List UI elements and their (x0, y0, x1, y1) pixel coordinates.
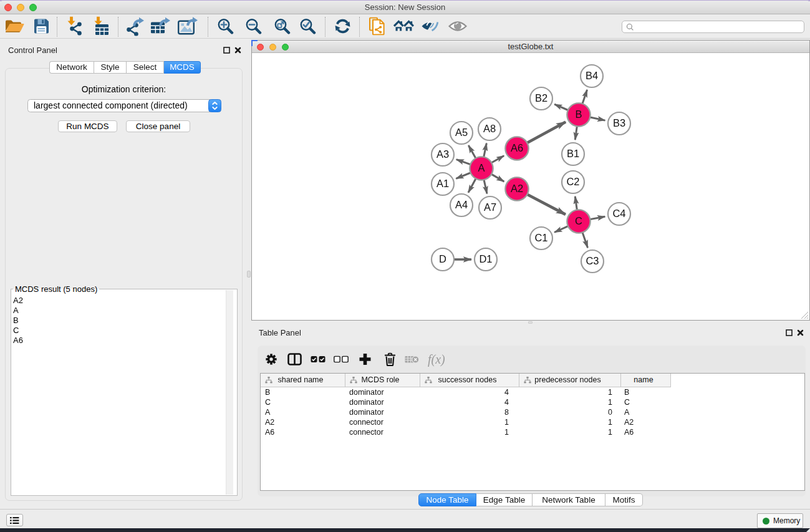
svg-text:A7: A7 (484, 201, 496, 213)
svg-text:A3: A3 (436, 148, 449, 160)
svg-text:A8: A8 (483, 123, 496, 134)
svg-text:B1: B1 (567, 148, 579, 159)
svg-text:C: C (575, 215, 582, 226)
svg-text:B3: B3 (613, 117, 625, 128)
svg-text:A4: A4 (455, 199, 468, 210)
svg-text:C3: C3 (586, 255, 599, 266)
svg-text:B2: B2 (535, 92, 547, 104)
svg-text:A5: A5 (455, 127, 468, 138)
svg-text:C1: C1 (534, 232, 547, 243)
svg-text:A: A (478, 162, 485, 173)
svg-text:A1: A1 (436, 178, 449, 189)
svg-text:D: D (439, 253, 446, 264)
svg-text:B: B (575, 109, 582, 120)
svg-text:A2: A2 (511, 183, 523, 194)
svg-text:C2: C2 (566, 176, 579, 187)
svg-text:B4: B4 (586, 70, 598, 81)
svg-text:A6: A6 (511, 142, 523, 153)
svg-text:C4: C4 (612, 208, 625, 219)
svg-text:D1: D1 (479, 253, 492, 264)
